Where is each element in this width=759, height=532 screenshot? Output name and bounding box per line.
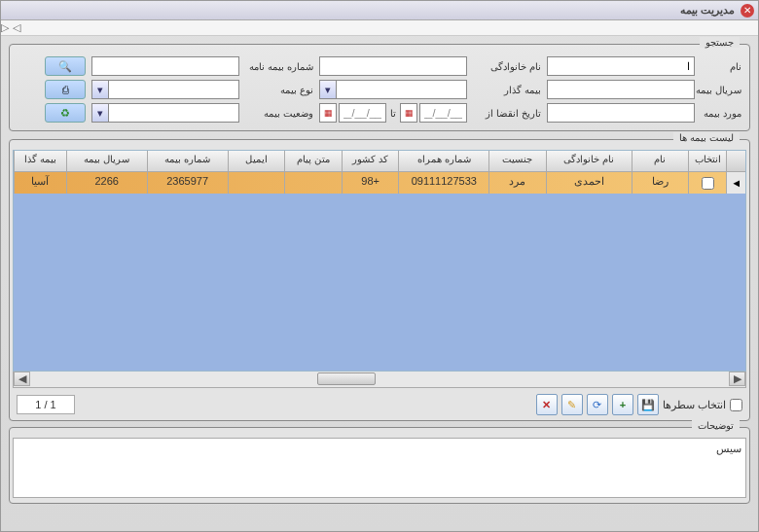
policy-no-input[interactable]	[91, 56, 239, 76]
cell-gender: مرد	[488, 172, 546, 194]
search-button[interactable]: 🔍	[45, 56, 86, 76]
lbl-policy-no: شماره بیمه نامه	[245, 61, 313, 72]
edit-icon: ✎	[567, 399, 576, 411]
search-legend: جستجو	[700, 37, 740, 48]
chevron-down-icon[interactable]: ▾	[91, 80, 109, 99]
cell-email	[228, 172, 285, 194]
scroll-left-icon[interactable]: ◀	[14, 372, 30, 386]
toolbar-nav-icon[interactable]: ▷	[1, 21, 9, 34]
list-panel: لیست بیمه ها انتخاب نام نام خانوادگی جنس…	[9, 139, 750, 421]
desc-legend: توضیحات	[692, 420, 740, 431]
sync-icon: ⟳	[593, 399, 601, 411]
policy-serial-input[interactable]	[547, 80, 695, 99]
app-window: ✕ مدیریت بیمه ◁ ▷ جستجو نام نام خانوادگی…	[0, 0, 759, 532]
date-from-input[interactable]	[419, 103, 467, 123]
lbl-exp-from: تاریخ انقضا از	[473, 108, 541, 119]
pager: 1 / 1	[17, 395, 75, 414]
scroll-right-icon[interactable]: ▶	[729, 372, 745, 386]
refresh-button[interactable]: ♻	[45, 103, 86, 123]
window-title: مدیریت بیمه	[680, 4, 735, 17]
chevron-down-icon[interactable]: ▾	[91, 103, 109, 123]
row-indicator-icon: ◄	[726, 172, 745, 194]
table-row[interactable]: ◄ رضا احمدی مرد 09111127533 +98 2365977 …	[14, 172, 745, 194]
col-ins-serial[interactable]: سریال بیمه	[66, 151, 147, 171]
ins-type-combo[interactable]	[109, 80, 239, 99]
print-icon: ⎙	[62, 84, 69, 95]
col-email[interactable]: ایمیل	[228, 151, 285, 171]
delete-button[interactable]: ✕	[536, 394, 558, 415]
insurer-combo[interactable]	[337, 80, 467, 99]
chevron-down-icon[interactable]: ▾	[319, 80, 337, 99]
grid-header: انتخاب نام نام خانوادگی جنسیت شماره همرا…	[14, 151, 745, 172]
lbl-insurer: بیمه گذار	[473, 85, 541, 95]
family-input[interactable]	[319, 56, 467, 76]
row-selector-header	[726, 151, 745, 171]
delete-icon: ✕	[542, 399, 551, 411]
col-select[interactable]: انتخاب	[688, 151, 726, 171]
search-panel: جستجو نام نام خانوادگی شماره بیمه نامه 🔍…	[9, 44, 750, 131]
lbl-ins-type: نوع بیمه	[245, 85, 313, 95]
lbl-family: نام خانوادگی	[473, 61, 541, 72]
toolbar-nav-icon[interactable]: ◁	[13, 21, 20, 34]
col-ins-no[interactable]: شماره بیمه	[147, 151, 228, 171]
ins-case-input[interactable]	[547, 103, 695, 123]
close-icon[interactable]: ✕	[741, 4, 754, 18]
col-msg-text[interactable]: متن پیام	[284, 151, 342, 171]
data-grid: انتخاب نام نام خانوادگی جنسیت شماره همرا…	[13, 150, 746, 372]
calendar-icon[interactable]: ▦	[319, 103, 337, 123]
col-insurer[interactable]: بیمه گذا	[14, 151, 66, 171]
col-country-code[interactable]: کد کشور	[342, 151, 399, 171]
lbl-policy-serial: سریال بیمه نامه	[701, 85, 741, 95]
toolbar: ◁ ▷	[1, 20, 758, 36]
print-button[interactable]: ⎙	[45, 80, 86, 99]
lbl-to: تا	[390, 108, 396, 119]
cell-ins-serial: 2266	[66, 172, 147, 194]
calendar-icon[interactable]: ▦	[400, 103, 417, 123]
horizontal-scrollbar[interactable]: ▶ ◀	[13, 372, 746, 388]
row-checkbox[interactable]	[702, 177, 714, 190]
save-icon: 💾	[641, 399, 655, 411]
name-input[interactable]	[547, 56, 695, 76]
ins-status-combo[interactable]	[109, 103, 239, 123]
lbl-ins-status: وضعیت بیمه	[245, 108, 313, 119]
cell-family: احمدی	[546, 172, 632, 194]
refresh-icon: ♻	[60, 107, 70, 120]
cell-msg-text	[284, 172, 342, 194]
cell-name: رضا	[632, 172, 689, 194]
lbl-ins-case: مورد بیمه	[701, 108, 741, 119]
col-gender[interactable]: جنسیت	[488, 151, 546, 171]
col-family[interactable]: نام خانوادگی	[546, 151, 632, 171]
add-button[interactable]: +	[612, 394, 633, 415]
cell-insurer: آسیا	[14, 172, 66, 194]
list-legend: لیست بیمه ها	[673, 132, 740, 143]
description-textarea[interactable]	[13, 438, 746, 498]
scroll-thumb[interactable]	[317, 372, 376, 385]
col-name[interactable]: نام	[632, 151, 689, 171]
edit-button[interactable]: ✎	[561, 394, 583, 415]
lbl-name: نام	[701, 61, 741, 72]
save-button[interactable]: 💾	[637, 394, 659, 415]
select-rows-checkbox[interactable]: انتخاب سطرها	[663, 399, 742, 411]
search-icon: 🔍	[58, 60, 72, 73]
col-mobile[interactable]: شماره همراه	[398, 151, 488, 171]
cell-mobile: 09111127533	[398, 172, 488, 194]
cell-ins-no: 2365977	[147, 172, 228, 194]
titlebar: ✕ مدیریت بیمه	[1, 1, 758, 20]
plus-icon: +	[620, 399, 626, 410]
date-to-input[interactable]	[339, 103, 386, 123]
cell-country-code: +98	[342, 172, 399, 194]
description-panel: توضیحات	[9, 427, 750, 504]
sync-button[interactable]: ⟳	[587, 394, 608, 415]
